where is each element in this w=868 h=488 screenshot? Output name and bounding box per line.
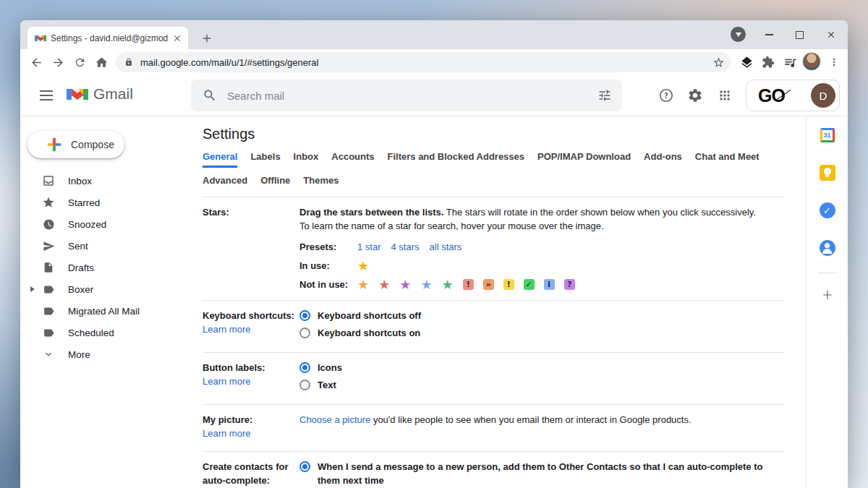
apps-grid-icon[interactable] <box>710 81 739 110</box>
orange-star-icon[interactable]: ★ <box>357 279 369 290</box>
playlist-extension-icon[interactable] <box>780 53 799 72</box>
lock-icon <box>124 58 133 67</box>
back-icon[interactable] <box>27 53 46 72</box>
radio-button[interactable] <box>299 461 310 472</box>
radio-button[interactable] <box>299 380 310 390</box>
sidebar-item-inbox[interactable]: Inbox <box>20 170 185 192</box>
minimize-icon <box>765 34 773 35</box>
blue-info-icon[interactable]: i <box>544 279 555 290</box>
contacts-icon[interactable] <box>819 239 836 257</box>
browser-window: Settings - david.nield@gizmodo. <box>20 20 848 488</box>
settings-gear-icon[interactable] <box>681 81 710 110</box>
hamburger-menu-icon[interactable] <box>32 81 61 110</box>
sidebar-item-more[interactable]: More <box>20 343 185 365</box>
search-input[interactable] <box>226 89 597 103</box>
sidebar-item-sent[interactable]: Sent <box>20 235 185 257</box>
purple-star-icon[interactable]: ★ <box>399 279 411 290</box>
radio-button[interactable] <box>299 310 310 321</box>
stars-description: Drag the stars between the lists. The st… <box>299 205 784 233</box>
settings-tabs-row1: General Labels Inbox Accounts Filters an… <box>203 151 784 168</box>
account-avatar[interactable]: D <box>811 83 835 108</box>
tab-offline[interactable]: Offline <box>260 175 290 189</box>
tab-close-icon[interactable] <box>172 33 182 43</box>
tab-inbox[interactable]: Inbox <box>294 151 319 168</box>
gmail-logo[interactable]: Gmail <box>67 85 133 103</box>
sidebar-item-starred[interactable]: Starred <box>20 192 185 213</box>
tab-accounts[interactable]: Accounts <box>331 151 374 168</box>
settings-main: Settings General Labels Inbox Accounts F… <box>185 116 806 488</box>
yellow-star-icon[interactable]: ★ <box>357 260 369 271</box>
tasks-icon[interactable]: ✓ <box>819 202 836 219</box>
sidebar-item-drafts[interactable]: Drafts <box>20 257 185 278</box>
yellow-bang-icon[interactable]: ! <box>503 279 514 290</box>
inbox-icon <box>42 174 55 187</box>
close-button[interactable] <box>819 26 843 43</box>
orange-guillemet-icon[interactable]: » <box>483 279 494 290</box>
address-bar[interactable]: mail.google.com/mail/u/1/#settings/gener… <box>116 52 731 72</box>
chevron-right-icon[interactable] <box>30 286 38 292</box>
radio-button[interactable] <box>299 328 310 338</box>
my-picture-label: My picture: <box>203 413 299 427</box>
forward-icon[interactable] <box>48 53 67 72</box>
plus-multicolor-icon <box>46 137 62 153</box>
learn-more-link[interactable]: Learn more <box>203 324 250 335</box>
preset-4-stars-link[interactable]: 4 stars <box>391 240 420 254</box>
tab-themes[interactable]: Themes <box>303 175 339 189</box>
learn-more-link[interactable]: Learn more <box>203 376 250 387</box>
preset-all-stars-link[interactable]: all stars <box>430 240 462 254</box>
preset-1-star-link[interactable]: 1 star <box>357 240 381 254</box>
blue-star-icon[interactable]: ★ <box>420 279 432 290</box>
radio-option-icons[interactable]: Icons <box>299 361 784 374</box>
my-picture-description: you'd like people to see when you email … <box>370 414 691 425</box>
layers-extension-icon[interactable] <box>737 53 756 72</box>
search-bar[interactable] <box>191 80 622 111</box>
add-panel-icon[interactable] <box>819 286 836 304</box>
calendar-icon[interactable]: 31 <box>819 127 836 144</box>
green-star-icon[interactable]: ★ <box>442 279 454 290</box>
radio-button[interactable] <box>299 362 310 373</box>
choose-picture-link[interactable]: Choose a picture <box>299 414 370 425</box>
tab-pop-imap[interactable]: POP/IMAP Download <box>537 151 631 168</box>
browser-profile-avatar[interactable] <box>802 52 821 71</box>
reload-icon[interactable] <box>70 53 89 72</box>
stars-label: Stars: <box>203 205 299 291</box>
keep-icon[interactable] <box>819 164 836 181</box>
red-star-icon[interactable]: ★ <box>378 279 390 290</box>
home-icon[interactable] <box>92 53 111 72</box>
radio-option-auto-add[interactable]: When I send a message to a new person, a… <box>299 460 784 487</box>
content-area: Compose Inbox Starred Snoozed Sent <box>20 116 848 488</box>
minimize-button[interactable] <box>757 26 781 43</box>
presets-label: Presets: <box>299 240 357 254</box>
tab-add-ons[interactable]: Add-ons <box>644 151 682 168</box>
green-check-icon[interactable]: ✓ <box>524 279 535 290</box>
purple-question-icon[interactable]: ? <box>564 279 575 290</box>
maximize-button[interactable] <box>787 26 812 43</box>
help-icon[interactable]: ? <box>652 81 681 110</box>
sidebar-item-migrated-all-mail[interactable]: Migrated All Mail <box>20 300 185 322</box>
sidebar-item-boxer[interactable]: Boxer <box>20 278 185 300</box>
search-options-icon[interactable] <box>597 88 612 103</box>
chrome-update-icon[interactable] <box>731 27 746 42</box>
radio-option-shortcuts-off[interactable]: Keyboard shortcuts off <box>299 309 784 322</box>
bookmark-star-icon[interactable] <box>712 56 725 69</box>
tab-chat-meet[interactable]: Chat and Meet <box>695 151 760 168</box>
radio-option-shortcuts-on[interactable]: Keyboard shortcuts on <box>299 326 784 340</box>
tab-filters[interactable]: Filters and Blocked Addresses <box>388 151 525 168</box>
url-text: mail.google.com/mail/u/1/#settings/gener… <box>140 57 712 68</box>
compose-button[interactable]: Compose <box>27 131 124 158</box>
radio-option-text[interactable]: Text <box>299 378 784 392</box>
tab-labels[interactable]: Labels <box>250 151 280 168</box>
browser-menu-icon[interactable] <box>825 53 843 72</box>
sidebar-nav: Inbox Starred Snoozed Sent Drafts <box>20 170 185 365</box>
settings-row-keyboard-shortcuts: Keyboard shortcuts: Learn more Keyboard … <box>203 301 784 353</box>
sidebar-item-scheduled[interactable]: Scheduled <box>20 322 185 343</box>
learn-more-link[interactable]: Learn more <box>203 428 250 439</box>
sidebar-item-snoozed[interactable]: Snoozed <box>20 213 185 235</box>
tab-advanced[interactable]: Advanced <box>203 175 247 189</box>
search-icon[interactable] <box>203 88 217 103</box>
new-tab-button[interactable] <box>197 28 217 48</box>
extensions-puzzle-icon[interactable] <box>759 53 778 72</box>
tab-general[interactable]: General <box>203 151 237 168</box>
browser-tab[interactable]: Settings - david.nield@gizmodo. <box>27 27 188 49</box>
red-bang-icon[interactable]: ! <box>463 279 474 290</box>
